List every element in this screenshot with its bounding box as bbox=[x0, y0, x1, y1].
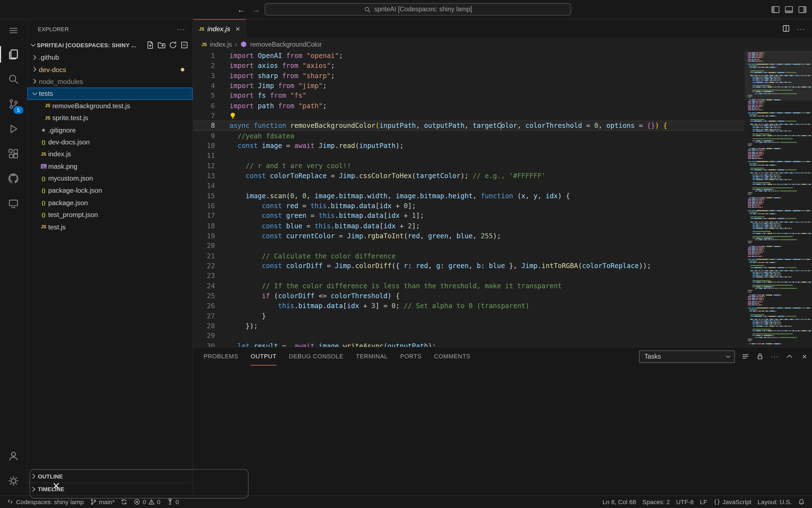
line-number[interactable]: 21 bbox=[193, 251, 229, 261]
sync-changes[interactable] bbox=[118, 496, 131, 508]
git-branch[interactable]: main* bbox=[87, 496, 118, 508]
workspace-section-header[interactable]: SPRITEAI [CODESPACES: SHINY ... bbox=[27, 39, 193, 51]
line-number[interactable]: 24 bbox=[193, 281, 229, 291]
panel-more-actions-icon[interactable]: ··· bbox=[771, 353, 779, 360]
code-line-23[interactable]: 23 bbox=[193, 271, 744, 281]
line-number[interactable]: 13 bbox=[193, 171, 229, 181]
notifications[interactable] bbox=[795, 496, 808, 508]
code-line-6[interactable]: 6import path from "path"; bbox=[193, 101, 744, 111]
toggle-primary-sidebar-icon[interactable] bbox=[771, 5, 780, 14]
tree-item-dev-docs[interactable]: dev-docs bbox=[27, 63, 193, 75]
line-number[interactable]: 12 bbox=[193, 161, 229, 171]
tree-item-mycustom-json[interactable]: {}mycustom.json bbox=[27, 172, 193, 184]
indentation[interactable]: Spaces: 2 bbox=[639, 496, 673, 508]
tree-item-index-js[interactable]: JSindex.js bbox=[27, 148, 193, 160]
tree-item-tests[interactable]: tests bbox=[27, 87, 193, 100]
code-line-11[interactable]: 11 bbox=[193, 151, 744, 161]
tree-item-package-json[interactable]: {}package.json bbox=[27, 197, 193, 209]
code-line-14[interactable]: 14 bbox=[193, 181, 744, 191]
code-line-25[interactable]: 25 if (colorDiff <= colorThreshold) { bbox=[193, 291, 744, 301]
activity-settings[interactable] bbox=[0, 468, 27, 493]
eol[interactable]: LF bbox=[697, 496, 710, 508]
panel-tab-problems[interactable]: PROBLEMS bbox=[204, 347, 238, 366]
tree-item-test-prompt-json[interactable]: {}test_prompt.json bbox=[27, 209, 193, 221]
panel-tab-terminal[interactable]: TERMINAL bbox=[356, 347, 388, 366]
collapse-folders-icon[interactable] bbox=[180, 41, 189, 49]
tree-item-dev-docs-json[interactable]: {}dev-docs.json bbox=[27, 136, 193, 148]
ports[interactable]: 0 bbox=[163, 496, 182, 508]
code-line-17[interactable]: 17 const green = this.bitmap.data[idx + … bbox=[193, 211, 744, 221]
code-line-22[interactable]: 22 const colorDiff = Jimp.colorDiff({ r:… bbox=[193, 261, 744, 271]
code-line-10[interactable]: 10 const image = await Jimp.read(inputPa… bbox=[193, 141, 744, 151]
explorer-more-actions-icon[interactable]: ··· bbox=[177, 26, 185, 32]
code-line-9[interactable]: 9 //yeah fdsatea bbox=[193, 131, 744, 141]
code-line-1[interactable]: 1import OpenAI from "openai"; bbox=[193, 51, 744, 61]
arrow-right-icon[interactable]: → bbox=[252, 5, 260, 13]
code-line-5[interactable]: 5import fs from "fs" bbox=[193, 91, 744, 101]
language-mode[interactable]: {}JavaScript bbox=[710, 496, 755, 508]
code-line-18[interactable]: 18 const blue = this.bitmap.data[idx + 2… bbox=[193, 221, 744, 231]
editor-more-actions-icon[interactable]: ··· bbox=[797, 25, 805, 32]
code-line-8[interactable]: 8async function removeBackgroundColor(in… bbox=[193, 121, 744, 131]
panel-tab-comments[interactable]: COMMENTS bbox=[434, 347, 470, 366]
encoding[interactable]: UTF-8 bbox=[673, 496, 697, 508]
new-folder-icon[interactable] bbox=[157, 41, 166, 49]
breadcrumb-symbol[interactable]: removeBackgroundColor bbox=[250, 41, 322, 48]
activity-source-control[interactable]: 5 bbox=[0, 92, 27, 117]
code-line-7[interactable]: 7 bbox=[193, 111, 744, 121]
line-number[interactable]: 11 bbox=[193, 151, 229, 161]
line-number[interactable]: 3 bbox=[193, 71, 229, 81]
arrow-left-icon[interactable]: ← bbox=[237, 5, 245, 13]
code-line-24[interactable]: 24 // If the color difference is less th… bbox=[193, 281, 744, 291]
tree-item-node-modules[interactable]: node_modules bbox=[27, 75, 193, 87]
line-number[interactable]: 30 bbox=[193, 341, 229, 347]
code-line-20[interactable]: 20 bbox=[193, 241, 744, 251]
tree-item-mask-png[interactable]: mask.png bbox=[27, 160, 193, 172]
split-editor-icon[interactable] bbox=[782, 24, 790, 33]
code-line-12[interactable]: 12 // r and t are very cool!! bbox=[193, 161, 744, 171]
code-line-3[interactable]: 3import sharp from "sharp"; bbox=[193, 71, 744, 81]
activity-explorer[interactable] bbox=[0, 42, 27, 67]
panel-tab-debug-console[interactable]: DEBUG CONSOLE bbox=[289, 347, 343, 366]
remote-indicator[interactable]: Codespaces: shiny lamp bbox=[4, 496, 87, 508]
code-line-26[interactable]: 26 this.bitmap.data[idx + 3] = 0; // Set… bbox=[193, 301, 744, 311]
line-number[interactable]: 5 bbox=[193, 91, 229, 101]
panel-tab-output[interactable]: OUTPUT bbox=[251, 347, 277, 366]
problems[interactable]: 00 bbox=[131, 496, 163, 508]
line-number[interactable]: 4 bbox=[193, 81, 229, 91]
new-file-icon[interactable] bbox=[146, 41, 154, 49]
code-line-16[interactable]: 16 const red = this.bitmap.data[idx + 0]… bbox=[193, 201, 744, 211]
outline-section[interactable]: OUTLINE bbox=[27, 470, 193, 482]
code-line-29[interactable]: 29 bbox=[193, 331, 744, 341]
line-number[interactable]: 26 bbox=[193, 301, 229, 311]
cursor-position[interactable]: Ln 8, Col 68 bbox=[599, 496, 639, 508]
keyboard-layout[interactable]: Layout: U.S. bbox=[755, 496, 795, 508]
code-line-2[interactable]: 2import axios from "axios"; bbox=[193, 61, 744, 71]
minimap[interactable] bbox=[744, 51, 812, 347]
line-number[interactable]: 29 bbox=[193, 331, 229, 341]
line-number[interactable]: 9 bbox=[193, 131, 229, 141]
lock-scroll-icon[interactable] bbox=[756, 352, 764, 360]
code-line-15[interactable]: 15 image.scan(0, 0, image.bitmap.width, … bbox=[193, 191, 744, 201]
line-number[interactable]: 15 bbox=[193, 191, 229, 201]
line-number[interactable]: 19 bbox=[193, 231, 229, 241]
tab-index-js[interactable]: JS index.js × bbox=[193, 19, 246, 38]
activity-run-and-debug[interactable] bbox=[0, 117, 27, 141]
line-number[interactable]: 10 bbox=[193, 141, 229, 151]
activity-github[interactable] bbox=[0, 166, 27, 191]
breadcrumb-file[interactable]: index.js bbox=[210, 41, 232, 48]
line-number[interactable]: 20 bbox=[193, 241, 229, 251]
activity-search[interactable] bbox=[0, 67, 27, 92]
line-number[interactable]: 23 bbox=[193, 271, 229, 281]
close-tab-icon[interactable]: × bbox=[235, 25, 240, 33]
code-editor[interactable]: 1import OpenAI from "openai";2import axi… bbox=[193, 51, 744, 347]
line-number[interactable]: 28 bbox=[193, 321, 229, 331]
code-line-28[interactable]: 28 }); bbox=[193, 321, 744, 331]
close-panel-icon[interactable]: × bbox=[802, 352, 807, 360]
line-number[interactable]: 18 bbox=[193, 221, 229, 231]
toggle-panel-icon[interactable] bbox=[785, 5, 794, 14]
code-line-19[interactable]: 19 const currentColor = Jimp.rgbaToInt(r… bbox=[193, 231, 744, 241]
maximize-panel-icon[interactable] bbox=[786, 352, 794, 360]
tree-item-gitignore[interactable]: ◆.gitignore bbox=[27, 124, 193, 136]
line-number[interactable]: 22 bbox=[193, 261, 229, 271]
